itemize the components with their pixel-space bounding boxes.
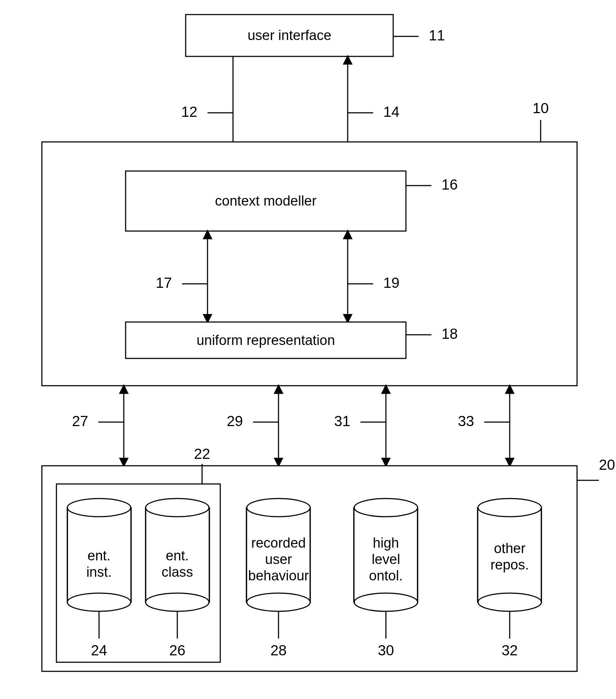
ent-inst-label-2: inst. [86, 564, 112, 580]
cylinder-ent-class: ent. class [146, 499, 209, 611]
num-16: 16 [442, 176, 458, 192]
recorded-label-2: user [265, 552, 292, 567]
svg-point-14 [247, 499, 310, 517]
ent-class-label-1: ent. [166, 548, 189, 563]
num-20: 20 [599, 457, 615, 473]
svg-point-18 [354, 593, 418, 611]
svg-point-4 [67, 499, 131, 517]
num-22: 22 [194, 446, 210, 462]
cylinder-other-repos: other repos. [478, 499, 541, 611]
cylinder-ent-inst: ent. inst. [67, 499, 131, 611]
recorded-label-3: behaviour [248, 568, 309, 583]
num-10: 10 [533, 100, 549, 116]
num-11: 11 [429, 27, 445, 43]
svg-point-24 [478, 499, 541, 517]
ent-inst-label-1: ent. [87, 548, 110, 563]
num-17: 17 [156, 275, 172, 291]
svg-point-19 [354, 499, 418, 517]
num-29: 29 [227, 413, 243, 429]
other-repos-label-1: other [494, 541, 526, 556]
cylinder-high-level: high level ontol. [354, 499, 418, 611]
other-repos-label-2: repos. [490, 557, 529, 572]
num-19: 19 [383, 275, 400, 291]
architecture-diagram: user interface 11 12 14 10 context model… [0, 0, 616, 699]
user-interface-label: user interface [248, 28, 331, 43]
cylinder-recorded-user: recorded user behaviour [246, 499, 310, 611]
num-32: 32 [502, 642, 518, 658]
high-level-label-3: ontol. [369, 568, 403, 583]
num-18: 18 [442, 326, 458, 342]
high-level-label-1: high [373, 535, 399, 551]
high-level-label-2: level [372, 552, 400, 567]
num-12: 12 [181, 104, 198, 120]
recorded-label-1: recorded [251, 535, 306, 551]
num-31: 31 [334, 413, 351, 429]
num-24: 24 [91, 642, 107, 658]
context-modeller-label: context modeller [215, 193, 317, 208]
svg-point-13 [247, 593, 310, 611]
num-26: 26 [169, 642, 186, 658]
svg-point-3 [67, 593, 131, 611]
num-30: 30 [378, 642, 394, 658]
num-27: 27 [72, 413, 88, 429]
uniform-representation-label: uniform representation [197, 333, 335, 348]
num-14: 14 [383, 104, 400, 120]
svg-point-8 [146, 593, 209, 611]
svg-point-23 [478, 593, 541, 611]
num-33: 33 [458, 413, 474, 429]
svg-point-9 [146, 499, 209, 517]
num-28: 28 [271, 642, 287, 658]
ent-class-label-2: class [162, 564, 193, 580]
